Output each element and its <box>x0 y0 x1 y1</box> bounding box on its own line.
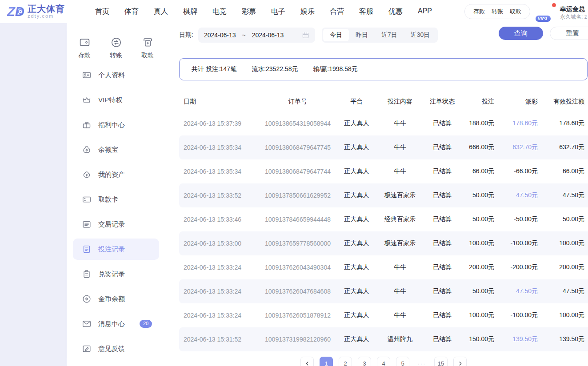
sidebar-item-label: 消息中心 <box>98 320 125 328</box>
sidebar-item-id-card[interactable]: 个人资料 <box>67 63 165 88</box>
cell-status: 已结算 <box>422 111 462 135</box>
quick-action-label: 转账 <box>110 52 122 60</box>
summary-total: 共计 投注:147笔 <box>192 65 236 73</box>
sidebar-item-purse[interactable]: 我的资产 <box>67 162 165 187</box>
cell-platform: 正大真人 <box>336 255 378 279</box>
sidebar-item-coin[interactable]: 金币余额 <box>67 286 165 311</box>
cell-valid-bet: 178.60元 <box>541 111 588 135</box>
page-button[interactable]: 4 <box>377 357 390 366</box>
nav-item[interactable]: APP <box>418 7 432 16</box>
sidebar: 存款转账取款 个人资料VIP特权福利中心余额宝我的资产取款卡交易记录投注记录兑奖… <box>67 23 165 366</box>
cell-platform: 正大真人 <box>336 111 378 135</box>
user-area[interactable]: VIP3 幸运金总 永久域名: z <box>539 2 588 21</box>
table-row: 2024-06-13 15:33:461009137846659944448正大… <box>179 207 588 231</box>
range-button[interactable]: 近7日 <box>375 29 404 41</box>
page-button[interactable]: 3 <box>358 357 371 366</box>
table-row: 2024-06-13 15:33:241009137626047684608正大… <box>179 279 588 303</box>
cell-bet-content: 牛牛 <box>378 279 422 303</box>
cell-platform: 正大真人 <box>336 183 378 207</box>
cell-bet-amount: 66.00元 <box>462 159 498 183</box>
sidebar-item-pouch[interactable]: 余额宝 <box>67 137 165 162</box>
nav-item[interactable]: 电子 <box>271 7 285 16</box>
date-range-input[interactable]: 2024-06-13 ~ 2024-06-13 <box>198 28 315 43</box>
cell-platform: 正大真人 <box>336 303 378 327</box>
query-button[interactable]: 查询 <box>499 27 543 40</box>
transfer-icon <box>110 36 122 48</box>
wallet-pill[interactable]: 存款 <box>473 8 485 16</box>
page-button[interactable]: 1 <box>320 357 333 366</box>
user-name: 幸运金总 <box>560 4 587 13</box>
sidebar-item-edit[interactable]: 意见反馈 <box>67 336 165 361</box>
brand-logo[interactable]: ZD 正大体育 zdty.com <box>7 3 77 20</box>
page-button[interactable]: 15 <box>434 357 448 366</box>
nav-item[interactable]: 体育 <box>124 7 139 16</box>
column-header: 订单号 <box>260 92 336 111</box>
nav-item[interactable]: 电竞 <box>212 7 227 16</box>
reset-button[interactable]: 重置 <box>550 27 588 40</box>
prev-page-button[interactable] <box>300 357 314 366</box>
nav-item[interactable]: 首页 <box>95 7 109 16</box>
cell-bet-content: 牛牛 <box>378 135 422 159</box>
sidebar-item-label: VIP特权 <box>98 96 122 104</box>
cell-status: 已结算 <box>422 207 462 231</box>
sidebar-item-label: 我的资产 <box>98 171 125 179</box>
column-header: 有效投注额 <box>541 92 588 111</box>
cell-bet-amount: 666.00元 <box>462 135 498 159</box>
cell-payout: 139.50元 <box>498 327 541 351</box>
cell-bet-amount: 100.00元 <box>462 303 498 327</box>
sidebar-item-clipboard[interactable]: 兑奖记录 <box>67 262 165 286</box>
list-icon <box>82 219 92 229</box>
table-row: 2024-06-13 15:33:241009137626051878912正大… <box>179 303 588 327</box>
range-button[interactable]: 今日 <box>323 29 349 41</box>
chev-right-icon <box>457 361 463 366</box>
quick-action-card-out[interactable]: 取款 <box>141 36 154 60</box>
page-button[interactable]: 2 <box>339 357 352 366</box>
nav-item[interactable]: 真人 <box>154 7 168 16</box>
wallet-pill[interactable]: 转账 <box>492 8 503 16</box>
sidebar-item-doc[interactable]: 投注记录 <box>73 239 159 260</box>
nav-item[interactable]: 彩票 <box>242 7 256 16</box>
table-body: 2024-06-13 15:37:391009138654319058944正大… <box>179 111 588 351</box>
cell-valid-bet: 66.00元 <box>541 159 588 183</box>
table-row: 2024-06-13 15:31:521009137319982120960正大… <box>179 327 588 351</box>
nav-item[interactable]: 优惠 <box>388 7 403 16</box>
next-page-button[interactable] <box>453 357 467 366</box>
gift-icon <box>82 120 92 130</box>
cell-valid-bet: 100.00元 <box>541 303 588 327</box>
cell-payout: 47.50元 <box>498 279 541 303</box>
sidebar-item-mail[interactable]: 消息中心20 <box>67 311 165 336</box>
sidebar-item-crown[interactable]: VIP特权 <box>67 88 165 112</box>
page-button[interactable]: 5 <box>396 357 409 366</box>
cell-valid-bet: 47.50元 <box>541 183 588 207</box>
cell-status: 已结算 <box>422 231 462 255</box>
cell-bet-amount: 50.00元 <box>462 279 498 303</box>
cell-bet-content: 经典百家乐 <box>378 207 422 231</box>
cell-status: 已结算 <box>422 303 462 327</box>
cell-date: 2024-06-13 15:33:52 <box>179 183 260 207</box>
range-button[interactable]: 近30日 <box>404 29 437 41</box>
range-button[interactable]: 昨日 <box>349 29 375 41</box>
nav-item[interactable]: 棋牌 <box>183 7 197 16</box>
page: ZD 正大体育 zdty.com 首页体育真人棋牌电竞彩票电子娱乐合营客服优惠A… <box>0 0 588 366</box>
nav-item[interactable]: 合营 <box>330 7 344 16</box>
crown-icon <box>82 95 92 105</box>
wallet-pill[interactable]: 取款 <box>510 8 521 16</box>
cell-bet-amount: 50.00元 <box>462 207 498 231</box>
brand-domain: zdty.com <box>28 14 65 19</box>
main-content: 日期: 2024-06-13 ~ 2024-06-13 今日昨日近7日近30日 … <box>165 23 588 366</box>
nav-item[interactable]: 客服 <box>359 7 373 16</box>
unread-count-badge: 20 <box>140 320 152 327</box>
sidebar-item-list[interactable]: 交易记录 <box>67 212 165 237</box>
cell-valid-bet: 100.00元 <box>541 231 588 255</box>
nav-item[interactable]: 娱乐 <box>300 7 315 16</box>
cell-order-number: 1009138654319058944 <box>260 111 336 135</box>
sidebar-item-gift[interactable]: 福利中心 <box>67 112 165 137</box>
date-label: 日期: <box>179 31 193 39</box>
quick-action-wallet[interactable]: 存款 <box>78 36 91 60</box>
cell-payout: -100.00元 <box>498 303 541 327</box>
column-header: 派彩 <box>498 92 541 111</box>
sidebar-item-bank-card[interactable]: 取款卡 <box>67 187 165 212</box>
column-header: 注单状态 <box>422 92 462 111</box>
sidebar-item-label: 意见反馈 <box>98 345 125 353</box>
quick-action-transfer[interactable]: 转账 <box>110 36 122 60</box>
